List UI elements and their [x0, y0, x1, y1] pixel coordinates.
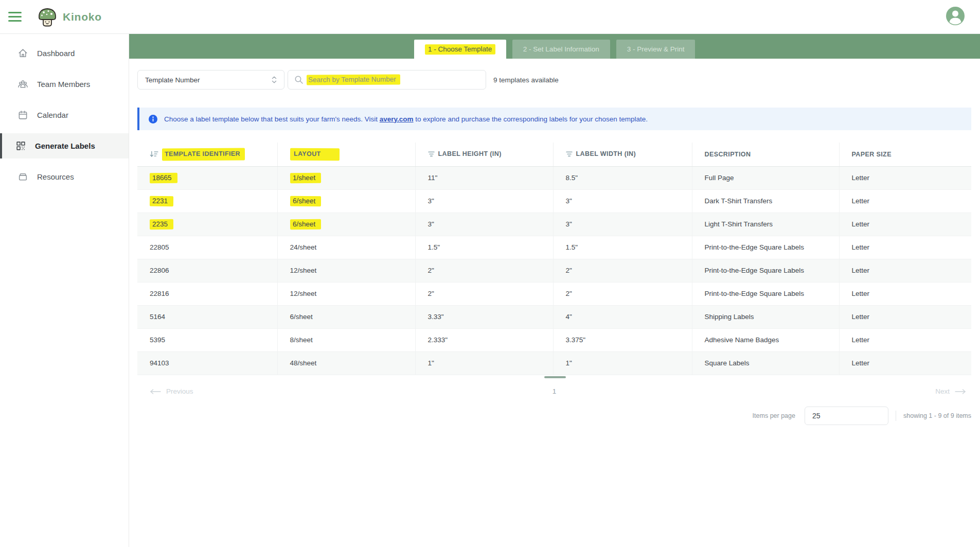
previous-label: Previous	[166, 387, 193, 395]
tab-label: 3 - Preview & Print	[627, 45, 685, 53]
top-bar: Kinoko	[0, 0, 980, 34]
cell-template_identifier: 22806	[137, 259, 277, 282]
cell-label_width: 1.5"	[553, 236, 692, 259]
sidebar-item-label: Team Members	[37, 80, 90, 89]
cell-label_height: 3.33"	[415, 305, 553, 328]
table-row[interactable]: 22356/sheet3"3"Light T-Shirt TransfersLe…	[137, 213, 971, 236]
cell-description: Print-to-the-Edge Square Labels	[692, 259, 839, 282]
sidebar-item-team-members[interactable]: Team Members	[0, 72, 129, 97]
previous-page-button[interactable]: Previous	[150, 387, 193, 395]
cell-template_identifier: 5164	[137, 305, 277, 328]
banner-text: Choose a label template below that best …	[164, 115, 648, 123]
cell-paper_size: Letter	[839, 236, 971, 259]
table-row[interactable]: 22316/sheet3"3"Dark T-Shirt TransfersLet…	[137, 189, 971, 213]
cell-template_identifier: 22816	[137, 282, 277, 305]
tab-label: 2 - Set Label Information	[523, 45, 599, 53]
column-label: LABEL WIDTH (IN)	[576, 150, 636, 157]
cell-label_height: 2"	[415, 259, 553, 282]
items-per-page-input[interactable]	[805, 407, 888, 425]
storage-box-icon	[17, 171, 28, 182]
sidebar-item-dashboard[interactable]: Dashboard	[0, 41, 129, 66]
tab-label: 1 - Choose Template	[424, 44, 495, 55]
horizontal-scrollbar-thumb[interactable]	[544, 376, 566, 378]
arrow-left-icon	[150, 389, 161, 394]
next-page-button[interactable]: Next	[935, 387, 966, 395]
home-icon	[17, 48, 28, 59]
cell-description: Print-to-the-Edge Square Labels	[692, 236, 839, 259]
cell-paper_size: Letter	[839, 166, 971, 189]
cell-layout: 6/sheet	[277, 189, 415, 213]
mushroom-logo-icon	[37, 6, 58, 28]
sidebar-item-label: Calendar	[37, 111, 68, 119]
sidebar-item-calendar[interactable]: Calendar	[0, 102, 129, 128]
column-header-template-identifier[interactable]: TEMPLATE IDENTIFIER	[137, 143, 277, 166]
sidebar-item-label: Resources	[37, 172, 74, 181]
cell-label_width: 3"	[553, 213, 692, 236]
cell-label_width: 3.375"	[553, 328, 692, 351]
cell-label_height: 2"	[415, 282, 553, 305]
cell-paper_size: Letter	[839, 328, 971, 351]
wizard-tab-bar: 1 - Choose Template 2 - Set Label Inform…	[129, 34, 980, 59]
column-label: PAPER SIZE	[852, 151, 892, 158]
templates-count: 9 templates available	[493, 76, 559, 84]
cell-description: Adhesive Name Badges	[692, 328, 839, 351]
table-row[interactable]: 2280524/sheet1.5"1.5"Print-to-the-Edge S…	[137, 236, 971, 259]
qr-grid-icon	[15, 140, 26, 151]
cell-label_height: 1"	[415, 351, 553, 375]
sidebar-item-label: Dashboard	[37, 49, 75, 58]
cell-template_identifier: 5395	[137, 328, 277, 351]
cell-label_height: 3"	[415, 189, 553, 213]
cell-template_identifier: 22805	[137, 236, 277, 259]
column-header-label-width[interactable]: LABEL WIDTH (IN)	[553, 143, 692, 166]
search-icon	[294, 75, 304, 84]
column-header-label-height[interactable]: LABEL HEIGHT (IN)	[415, 143, 553, 166]
tab-set-label-information[interactable]: 2 - Set Label Information	[512, 40, 610, 59]
cell-description: Full Page	[692, 166, 839, 189]
table-row[interactable]: 53958/sheet2.333"3.375"Adhesive Name Bad…	[137, 328, 971, 351]
tab-choose-template[interactable]: 1 - Choose Template	[414, 40, 506, 59]
column-header-layout[interactable]: LAYOUT	[277, 143, 415, 166]
cell-paper_size: Letter	[839, 259, 971, 282]
table-row[interactable]: 2280612/sheet2"2"Print-to-the-Edge Squar…	[137, 259, 971, 282]
column-header-paper-size[interactable]: PAPER SIZE	[839, 143, 971, 166]
table-header-row: TEMPLATE IDENTIFIER LAYOUT LABEL HEIGHT …	[137, 143, 971, 166]
cell-label_height: 1.5"	[415, 236, 553, 259]
column-label: TEMPLATE IDENTIFIER	[162, 148, 245, 161]
table-row[interactable]: 186651/sheet11"8.5"Full PageLetter	[137, 166, 971, 189]
next-label: Next	[935, 387, 950, 395]
column-header-description[interactable]: DESCRIPTION	[692, 143, 839, 166]
cell-paper_size: Letter	[839, 189, 971, 213]
showing-items-text: showing 1 - 9 of 9 items	[903, 412, 971, 419]
cell-layout: 6/sheet	[277, 305, 415, 328]
cell-label_width: 4"	[553, 305, 692, 328]
sidebar-item-resources[interactable]: Resources	[0, 164, 129, 189]
cell-template_identifier: 2235	[137, 213, 277, 236]
brand-name: Kinoko	[63, 11, 102, 23]
cell-layout: 8/sheet	[277, 328, 415, 351]
cell-description: Shipping Labels	[692, 305, 839, 328]
cell-paper_size: Letter	[839, 213, 971, 236]
cell-template_identifier: 18665	[137, 166, 277, 189]
column-label: DESCRIPTION	[705, 151, 751, 158]
table-row[interactable]: 51646/sheet3.33"4"Shipping LabelsLetter	[137, 305, 971, 328]
search-input[interactable]: Search by Template Number	[288, 70, 486, 90]
table-row[interactable]: 2281612/sheet2"2"Print-to-the-Edge Squar…	[137, 282, 971, 305]
tab-preview-print[interactable]: 3 - Preview & Print	[616, 40, 696, 59]
cell-paper_size: Letter	[839, 282, 971, 305]
hamburger-menu-icon[interactable]	[8, 12, 22, 22]
calendar-icon	[17, 110, 28, 120]
sidebar: Dashboard Team Members Calendar Generate…	[0, 34, 129, 547]
avery-link[interactable]: avery.com	[380, 115, 414, 123]
cell-paper_size: Letter	[839, 305, 971, 328]
cell-layout: 12/sheet	[277, 259, 415, 282]
page-number[interactable]: 1	[553, 387, 557, 395]
user-avatar-icon[interactable]	[946, 7, 965, 25]
cell-layout: 24/sheet	[277, 236, 415, 259]
sidebar-item-generate-labels[interactable]: Generate Labels	[0, 133, 129, 158]
sort-field-select[interactable]: Template Number	[137, 70, 284, 90]
table-row[interactable]: 9410348/sheet1"1"Square LabelsLetter	[137, 351, 971, 375]
cell-label_width: 2"	[553, 259, 692, 282]
cell-description: Print-to-the-Edge Square Labels	[692, 282, 839, 305]
team-icon	[17, 79, 28, 90]
filter-row: Template Number Search by Template Numbe…	[137, 70, 971, 90]
